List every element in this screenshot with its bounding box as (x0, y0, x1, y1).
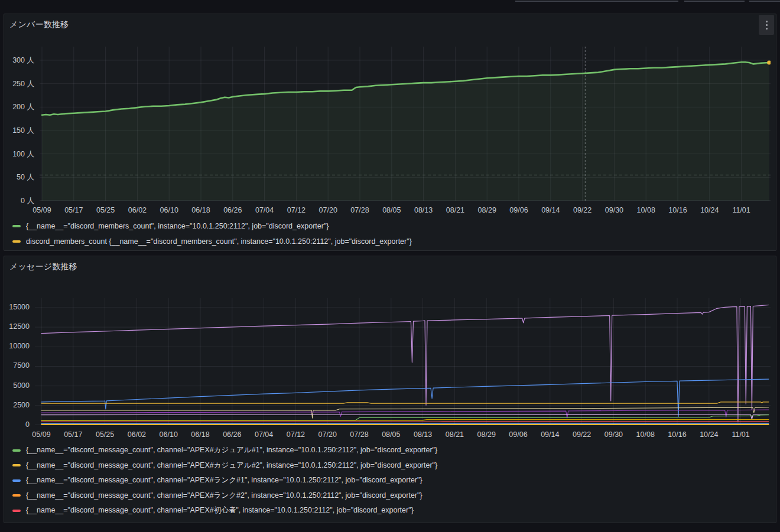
x-axis-tick-label: 06/10 (154, 430, 183, 439)
x-axis-tick-label: 07/28 (345, 206, 375, 214)
series-line[interactable] (41, 379, 769, 416)
message-count-chart[interactable] (35, 298, 771, 425)
x-axis-tick-label: 08/29 (472, 206, 502, 214)
x-axis-tick-label: 08/05 (376, 430, 406, 439)
y-axis-tick-label: 12500 (9, 322, 30, 331)
panel-message-count: メッセージ数推移 {__name__="discord_message_coun… (4, 256, 776, 523)
panel-header: メッセージ数推移 (4, 256, 776, 276)
legend-item[interactable]: {__name__="discord_message_count", chann… (12, 488, 437, 504)
x-axis-tick-label: 09/22 (568, 206, 597, 214)
legend-item[interactable]: {__name__="discord_message_count", chann… (12, 473, 437, 488)
legend-series-swatch-icon (12, 464, 21, 466)
x-axis-tick-label: 09/06 (504, 206, 534, 214)
legend-series-swatch-icon (12, 225, 21, 227)
series-line[interactable] (41, 402, 769, 403)
chart-legend: {__name__="discord_members_count", insta… (12, 218, 412, 249)
panel-title: メッセージ数推移 (9, 262, 77, 272)
y-axis-tick-label: 50 人 (17, 172, 34, 182)
grafana-dashboard: メンバー数推移 {__name__="discord_members_count… (0, 0, 780, 532)
series-line[interactable] (41, 305, 769, 422)
panel-header: メンバー数推移 (4, 14, 776, 34)
y-axis-tick-label: 0 人 (21, 196, 34, 206)
legend-item[interactable]: {__name__="discord_message_count", chann… (12, 443, 437, 458)
grid-lines (35, 298, 771, 425)
x-axis-tick-label: 06/02 (122, 206, 152, 214)
series-line[interactable] (41, 414, 769, 419)
legend-series-swatch-icon (12, 240, 21, 243)
legend-series-swatch-icon (12, 479, 21, 482)
legend-series-label: {__name__="discord_message_count", chann… (26, 475, 422, 485)
y-axis-tick-label: 0 (25, 420, 30, 429)
toolbar-control-fragment (684, 0, 745, 2)
x-axis-tick-label: 10/08 (631, 206, 661, 214)
legend-series-swatch-icon (12, 449, 21, 452)
legend-series-swatch-icon (12, 494, 21, 497)
x-axis-tick-label: 08/13 (408, 430, 438, 439)
x-axis-tick-label: 08/21 (440, 430, 469, 439)
legend-series-swatch-icon (12, 510, 21, 512)
x-axis-tick-label: 09/14 (535, 430, 565, 439)
panel-member-count: メンバー数推移 {__name__="discord_members_count… (4, 14, 776, 251)
toolbar-control-fragment (749, 0, 780, 2)
legend-item[interactable]: {__name__="discord_members_count", insta… (12, 218, 412, 234)
legend-item[interactable]: {__name__="discord_message_count", chann… (12, 458, 437, 474)
y-axis-tick-label: 200 人 (12, 102, 34, 112)
x-axis-tick-label: 06/02 (122, 430, 151, 439)
legend-series-label: {__name__="discord_message_count", chann… (26, 461, 437, 471)
x-axis-tick-label: 07/28 (344, 430, 374, 439)
x-axis-tick-label: 07/20 (313, 430, 342, 439)
x-axis-tick-label: 06/18 (186, 206, 216, 214)
x-axis-tick-label: 06/10 (154, 206, 184, 214)
x-axis-tick-label: 07/20 (313, 206, 343, 214)
x-axis-tick-label: 05/25 (90, 430, 120, 439)
series-line[interactable] (41, 422, 769, 422)
x-axis-tick-label: 05/25 (91, 206, 121, 214)
x-axis-tick-label: 07/04 (249, 430, 279, 439)
x-axis-tick-label: 08/29 (472, 430, 501, 439)
legend-series-label: {__name__="discord_message_count", chann… (26, 491, 422, 501)
x-axis-tick-label: 08/13 (409, 206, 438, 214)
x-axis-tick-label: 09/22 (567, 430, 597, 439)
y-axis-tick-label: 2500 (13, 401, 30, 409)
x-axis-tick-label: 06/18 (186, 430, 215, 439)
x-axis-tick-label: 05/09 (27, 430, 56, 439)
chart-legend: {__name__="discord_message_count", chann… (12, 443, 437, 518)
y-axis-tick-label: 250 人 (12, 79, 34, 89)
timeseries-plot[interactable] (40, 47, 771, 201)
member-count-chart[interactable] (40, 47, 771, 201)
x-axis-tick-label: 10/16 (662, 430, 692, 439)
series-fill (42, 62, 769, 201)
y-axis-tick-label: 5000 (13, 381, 30, 390)
x-axis-tick-label: 10/24 (695, 206, 724, 214)
legend-item[interactable]: {__name__="discord_message_count", chann… (12, 503, 437, 518)
x-axis-tick-label: 07/12 (281, 430, 310, 439)
legend-series-label: {__name__="discord_members_count", insta… (26, 222, 329, 230)
x-axis-tick-label: 05/17 (58, 430, 88, 439)
top-toolbar-fragment (0, 0, 780, 14)
y-axis-tick-label: 15000 (9, 303, 30, 311)
y-axis-tick-label: 10000 (9, 342, 30, 350)
x-axis-tick-label: 11/01 (727, 206, 756, 214)
x-axis-tick-label: 09/06 (503, 430, 533, 439)
panel-menu-kebab-icon[interactable] (759, 15, 774, 35)
panel-title: メンバー数推移 (9, 19, 69, 30)
legend-item[interactable]: discord_members_count {__name__="discord… (12, 234, 412, 249)
x-axis-tick-label: 06/26 (217, 430, 247, 439)
toolbar-control-fragment (515, 0, 678, 2)
x-axis-tick-label: 11/01 (726, 430, 756, 439)
x-axis-tick-label: 05/09 (27, 206, 57, 214)
timeseries-plot[interactable] (35, 298, 771, 425)
y-axis-tick-label: 7500 (13, 361, 30, 370)
series-line[interactable] (41, 420, 769, 420)
x-axis-tick-label: 08/05 (377, 206, 407, 214)
x-axis-tick-label: 07/12 (281, 206, 311, 214)
legend-series-label: {__name__="discord_message_count", chann… (26, 505, 414, 515)
x-axis-tick-label: 07/04 (250, 206, 280, 214)
x-axis-tick-label: 09/30 (599, 430, 628, 439)
x-axis-tick-label: 05/17 (59, 206, 89, 214)
x-axis-tick-label: 09/30 (599, 206, 629, 214)
legend-series-label: {__name__="discord_message_count", chann… (26, 445, 437, 455)
x-axis-tick-label: 10/24 (694, 430, 724, 439)
series-line[interactable] (41, 410, 769, 418)
y-axis-tick-label: 300 人 (12, 56, 34, 66)
